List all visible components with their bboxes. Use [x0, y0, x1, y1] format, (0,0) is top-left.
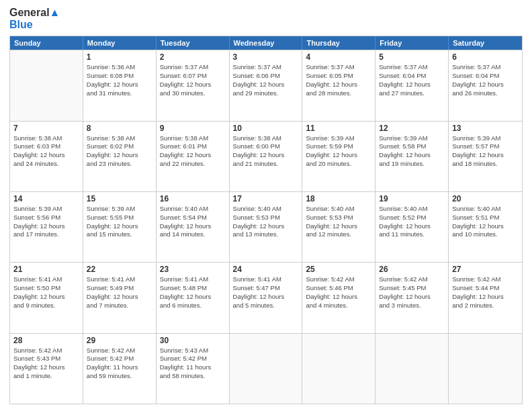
- day-info: Sunrise: 5:38 AM Sunset: 6:03 PM Dayligh…: [13, 134, 79, 169]
- cal-cell-18: 18Sunrise: 5:40 AM Sunset: 5:53 PM Dayli…: [302, 192, 375, 262]
- day-number: 29: [87, 336, 152, 345]
- day-number: 19: [379, 194, 445, 203]
- day-number: 8: [87, 124, 152, 133]
- cal-cell-14: 14Sunrise: 5:39 AM Sunset: 5:56 PM Dayli…: [10, 192, 83, 262]
- cal-cell-empty-3: [230, 334, 303, 404]
- cal-cell-13: 13Sunrise: 5:39 AM Sunset: 5:57 PM Dayli…: [449, 122, 522, 191]
- day-number: 12: [379, 124, 445, 133]
- day-info: Sunrise: 5:40 AM Sunset: 5:52 PM Dayligh…: [379, 205, 445, 239]
- cal-cell-21: 21Sunrise: 5:41 AM Sunset: 5:50 PM Dayli…: [10, 263, 83, 332]
- day-info: Sunrise: 5:38 AM Sunset: 6:00 PM Dayligh…: [233, 134, 299, 169]
- day-number: 9: [160, 124, 226, 133]
- cal-cell-empty-5: [375, 334, 449, 404]
- day-number: 6: [452, 52, 519, 62]
- day-number: 20: [452, 194, 519, 203]
- calendar-row-5: 28Sunrise: 5:42 AM Sunset: 5:43 PM Dayli…: [10, 333, 522, 404]
- day-number: 5: [379, 52, 445, 62]
- day-info: Sunrise: 5:37 AM Sunset: 6:04 PM Dayligh…: [452, 63, 519, 97]
- logo-general: General▲: [9, 7, 60, 19]
- cal-cell-12: 12Sunrise: 5:39 AM Sunset: 5:58 PM Dayli…: [375, 122, 449, 191]
- cal-cell-16: 16Sunrise: 5:40 AM Sunset: 5:54 PM Dayli…: [157, 192, 230, 262]
- day-info: Sunrise: 5:42 AM Sunset: 5:43 PM Dayligh…: [13, 347, 79, 381]
- day-info: Sunrise: 5:37 AM Sunset: 6:06 PM Dayligh…: [233, 63, 299, 97]
- day-info: Sunrise: 5:38 AM Sunset: 6:02 PM Dayligh…: [87, 134, 152, 169]
- day-number: 25: [306, 265, 371, 274]
- calendar-body: 1Sunrise: 5:36 AM Sunset: 6:08 PM Daylig…: [10, 50, 522, 404]
- day-number: 28: [13, 336, 79, 345]
- cal-cell-24: 24Sunrise: 5:41 AM Sunset: 5:47 PM Dayli…: [230, 263, 303, 332]
- header-day-thursday: Thursday: [302, 36, 375, 50]
- calendar: SundayMondayTuesdayWednesdayThursdayFrid…: [9, 36, 523, 404]
- header-day-friday: Friday: [375, 36, 449, 50]
- header-day-monday: Monday: [83, 36, 157, 50]
- day-info: Sunrise: 5:39 AM Sunset: 5:56 PM Dayligh…: [13, 205, 79, 239]
- day-number: 23: [160, 265, 226, 274]
- day-info: Sunrise: 5:41 AM Sunset: 5:47 PM Dayligh…: [233, 275, 299, 310]
- day-number: 16: [160, 194, 226, 203]
- cal-cell-6: 6Sunrise: 5:37 AM Sunset: 6:04 PM Daylig…: [449, 50, 522, 120]
- day-info: Sunrise: 5:39 AM Sunset: 5:55 PM Dayligh…: [87, 205, 152, 239]
- header-day-sunday: Sunday: [10, 36, 83, 50]
- day-info: Sunrise: 5:37 AM Sunset: 6:04 PM Dayligh…: [379, 63, 445, 97]
- day-info: Sunrise: 5:40 AM Sunset: 5:53 PM Dayligh…: [306, 205, 371, 239]
- cal-cell-28: 28Sunrise: 5:42 AM Sunset: 5:43 PM Dayli…: [10, 334, 83, 404]
- day-number: 13: [452, 124, 519, 133]
- day-number: 4: [306, 52, 371, 62]
- day-number: 26: [379, 265, 445, 274]
- cal-cell-17: 17Sunrise: 5:40 AM Sunset: 5:53 PM Dayli…: [230, 192, 303, 262]
- cal-cell-11: 11Sunrise: 5:39 AM Sunset: 5:59 PM Dayli…: [302, 122, 375, 191]
- calendar-row-2: 7Sunrise: 5:38 AM Sunset: 6:03 PM Daylig…: [10, 121, 522, 191]
- cal-cell-19: 19Sunrise: 5:40 AM Sunset: 5:52 PM Dayli…: [375, 192, 449, 262]
- cal-cell-10: 10Sunrise: 5:38 AM Sunset: 6:00 PM Dayli…: [230, 122, 303, 191]
- day-info: Sunrise: 5:39 AM Sunset: 5:57 PM Dayligh…: [452, 134, 519, 169]
- day-info: Sunrise: 5:39 AM Sunset: 5:59 PM Dayligh…: [306, 134, 371, 169]
- calendar-row-1: 1Sunrise: 5:36 AM Sunset: 6:08 PM Daylig…: [10, 50, 522, 120]
- cal-cell-23: 23Sunrise: 5:41 AM Sunset: 5:48 PM Dayli…: [157, 263, 230, 332]
- day-info: Sunrise: 5:42 AM Sunset: 5:46 PM Dayligh…: [306, 275, 371, 310]
- day-info: Sunrise: 5:39 AM Sunset: 5:58 PM Dayligh…: [379, 134, 445, 169]
- day-info: Sunrise: 5:40 AM Sunset: 5:53 PM Dayligh…: [233, 205, 299, 239]
- logo-container: General▲ Blue: [9, 7, 60, 30]
- day-info: Sunrise: 5:36 AM Sunset: 6:08 PM Dayligh…: [87, 63, 152, 97]
- day-info: Sunrise: 5:38 AM Sunset: 6:01 PM Dayligh…: [160, 134, 226, 169]
- day-number: 15: [87, 194, 152, 203]
- header-day-tuesday: Tuesday: [157, 36, 230, 50]
- day-number: 21: [13, 265, 79, 274]
- day-number: 1: [87, 52, 152, 62]
- day-info: Sunrise: 5:40 AM Sunset: 5:54 PM Dayligh…: [160, 205, 226, 239]
- cal-cell-8: 8Sunrise: 5:38 AM Sunset: 6:02 PM Daylig…: [83, 122, 157, 191]
- day-info: Sunrise: 5:42 AM Sunset: 5:45 PM Dayligh…: [379, 275, 445, 310]
- day-info: Sunrise: 5:40 AM Sunset: 5:51 PM Dayligh…: [452, 205, 519, 239]
- cal-cell-22: 22Sunrise: 5:41 AM Sunset: 5:49 PM Dayli…: [83, 263, 157, 332]
- cal-cell-15: 15Sunrise: 5:39 AM Sunset: 5:55 PM Dayli…: [83, 192, 157, 262]
- day-number: 2: [160, 52, 226, 62]
- day-info: Sunrise: 5:37 AM Sunset: 6:05 PM Dayligh…: [306, 63, 371, 97]
- cal-cell-30: 30Sunrise: 5:43 AM Sunset: 5:42 PM Dayli…: [157, 334, 230, 404]
- cal-cell-9: 9Sunrise: 5:38 AM Sunset: 6:01 PM Daylig…: [157, 122, 230, 191]
- day-number: 11: [306, 124, 371, 133]
- calendar-header: SundayMondayTuesdayWednesdayThursdayFrid…: [10, 36, 522, 50]
- cal-cell-7: 7Sunrise: 5:38 AM Sunset: 6:03 PM Daylig…: [10, 122, 83, 191]
- day-number: 27: [452, 265, 519, 274]
- cal-cell-26: 26Sunrise: 5:42 AM Sunset: 5:45 PM Dayli…: [375, 263, 449, 332]
- day-info: Sunrise: 5:42 AM Sunset: 5:42 PM Dayligh…: [87, 347, 152, 381]
- calendar-page: General▲ Blue SundayMondayTuesdayWednesd…: [0, 0, 532, 411]
- logo-blue: Blue: [9, 19, 60, 31]
- header-day-wednesday: Wednesday: [230, 36, 303, 50]
- cal-cell-27: 27Sunrise: 5:42 AM Sunset: 5:44 PM Dayli…: [449, 263, 522, 332]
- cal-cell-20: 20Sunrise: 5:40 AM Sunset: 5:51 PM Dayli…: [449, 192, 522, 262]
- header-day-saturday: Saturday: [449, 36, 522, 50]
- cal-cell-empty-0: [10, 50, 83, 120]
- day-number: 22: [87, 265, 152, 274]
- calendar-row-4: 21Sunrise: 5:41 AM Sunset: 5:50 PM Dayli…: [10, 262, 522, 332]
- cal-cell-29: 29Sunrise: 5:42 AM Sunset: 5:42 PM Dayli…: [83, 334, 157, 404]
- day-info: Sunrise: 5:42 AM Sunset: 5:44 PM Dayligh…: [452, 275, 519, 310]
- cal-cell-5: 5Sunrise: 5:37 AM Sunset: 6:04 PM Daylig…: [375, 50, 449, 120]
- day-number: 10: [233, 124, 299, 133]
- day-number: 3: [233, 52, 299, 62]
- cal-cell-4: 4Sunrise: 5:37 AM Sunset: 6:05 PM Daylig…: [302, 50, 375, 120]
- logo: General▲ Blue: [9, 7, 60, 30]
- cal-cell-25: 25Sunrise: 5:42 AM Sunset: 5:46 PM Dayli…: [302, 263, 375, 332]
- day-number: 24: [233, 265, 299, 274]
- day-info: Sunrise: 5:41 AM Sunset: 5:48 PM Dayligh…: [160, 275, 226, 310]
